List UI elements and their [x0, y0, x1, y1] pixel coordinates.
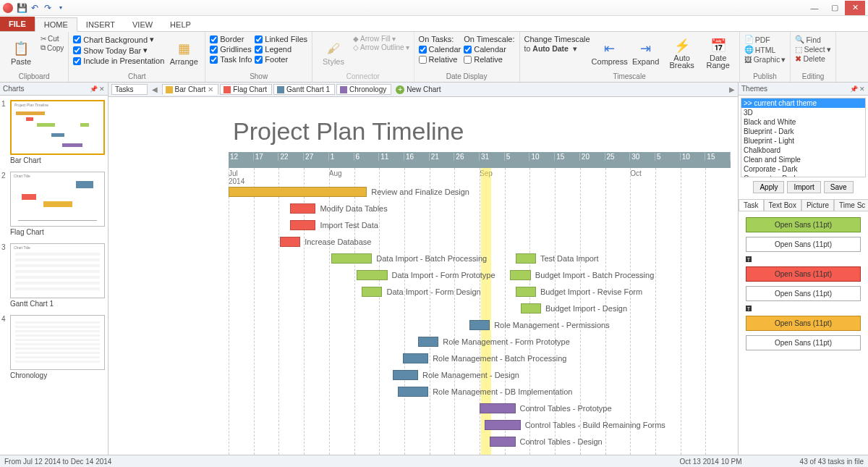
pin-icon[interactable]: 📌 [90, 85, 98, 93]
tasks-calendar-toggle[interactable]: Calendar [419, 45, 461, 54]
timescale-to-dropdown[interactable]: to Auto Date ▾ [524, 44, 590, 53]
timescale-calendar-toggle[interactable]: Calendar [464, 45, 514, 54]
compress-button[interactable]: ⇤Compress [593, 35, 626, 71]
thumb-bar-chart[interactable]: Project Plan Timeline [10, 100, 105, 155]
chart-background-toggle[interactable]: Chart Background ▾ [73, 35, 164, 44]
task-label: Role Management - Batch Processing [433, 354, 566, 363]
chart-canvas[interactable]: Project Plan Timeline 121722271611162126… [109, 97, 738, 455]
graphic-button[interactable]: 🖼 Graphic ▾ [744, 55, 786, 64]
delete-button[interactable]: ✖ Delete [795, 54, 830, 63]
html-button[interactable]: 🌐 HTML [744, 45, 786, 54]
task-bar[interactable] [229, 187, 367, 197]
task-bar[interactable] [521, 303, 541, 314]
pdf-button[interactable]: 📄 PDF [744, 35, 786, 44]
cut-button[interactable]: ✂ Cut [41, 35, 64, 43]
undo-icon[interactable]: ↶ [29, 2, 41, 14]
new-chart-button[interactable]: + New Chart [393, 85, 445, 95]
save-icon[interactable]: 💾 [16, 2, 27, 14]
close-button[interactable]: ✕ [845, 1, 865, 15]
gantt-chart-icon [277, 86, 284, 93]
font-sample-plain-1[interactable]: Open Sans (11pt) [746, 237, 861, 252]
import-button[interactable]: Import [787, 181, 820, 193]
task-bar[interactable] [510, 270, 530, 280]
task-bar[interactable] [485, 420, 521, 430]
save-button[interactable]: Save [824, 181, 854, 193]
tab-bar-chart[interactable]: Bar Chart ✕ [162, 84, 219, 95]
font-sample-plain-3[interactable]: Open Sans (11pt) [746, 335, 861, 350]
apply-button[interactable]: Apply [753, 181, 784, 193]
task-label: Budget Import - Revise Form [540, 287, 642, 296]
tab-tasks[interactable]: Tasks [111, 84, 148, 95]
task-bar[interactable] [280, 237, 300, 247]
tab-home[interactable]: HOME [35, 17, 77, 32]
paste-button[interactable]: 📋 Paste [4, 35, 38, 71]
font-sample-red[interactable]: Open Sans (11pt) [746, 266, 861, 282]
find-button[interactable]: 🔍 Find [795, 35, 830, 44]
auto-breaks-button[interactable]: ⚡Auto Breaks [665, 35, 699, 71]
tab-file[interactable]: FILE [0, 17, 35, 31]
proptab-textbox[interactable]: Text Box [764, 199, 801, 211]
thumb-chronology[interactable] [10, 315, 105, 370]
expand-button[interactable]: ⇥Expand [629, 35, 663, 71]
task-bar[interactable] [398, 387, 428, 397]
task-label: Import Test Data [320, 221, 378, 230]
task-bar[interactable] [403, 353, 428, 363]
show-today-bar-toggle[interactable]: Show Today Bar ▾ [73, 46, 164, 55]
thumb-gantt-chart[interactable]: Chart Title [10, 243, 105, 298]
task-bar[interactable] [516, 253, 536, 264]
date-range-button[interactable]: 📅Date Range [702, 35, 735, 71]
tab-flag-chart[interactable]: Flag Chart [220, 84, 272, 95]
gridlines-toggle[interactable]: Gridlines [210, 45, 252, 54]
maximize-button[interactable]: ▢ [825, 1, 845, 15]
redo-icon[interactable]: ↷ [42, 2, 54, 14]
arrange-button[interactable]: ▦ Arrange [167, 35, 200, 71]
minimize-button[interactable]: — [804, 1, 825, 15]
tab-chronology[interactable]: Chronology [336, 84, 391, 95]
font-sample-orange[interactable]: Open Sans (11pt) [746, 316, 861, 331]
task-bar[interactable] [480, 403, 516, 413]
tab-insert[interactable]: INSERT [77, 18, 124, 31]
legend-toggle[interactable]: Legend [255, 45, 307, 54]
task-bar[interactable] [516, 287, 536, 297]
qat-dropdown-icon[interactable]: ▾ [55, 2, 67, 14]
status-task-count: 43 of 43 tasks in file [800, 458, 864, 466]
charts-panel-title: Charts [3, 85, 24, 93]
task-bar[interactable] [357, 270, 387, 280]
task-bar[interactable] [418, 337, 438, 347]
center-area: Tasks ◀ Bar Chart ✕ Flag Chart Gantt Cha… [109, 83, 738, 455]
tasks-relative-toggle[interactable]: Relative [419, 55, 461, 64]
task-label: Data Import - Form Design [386, 287, 480, 296]
select-button[interactable]: ⬚ Select ▾ [795, 45, 830, 54]
copy-button[interactable]: ⧉ Copy [41, 43, 64, 52]
close-icon[interactable]: ✕ [859, 85, 865, 93]
task-bar[interactable] [393, 370, 418, 380]
border-toggle[interactable]: Border [210, 35, 252, 43]
tab-help[interactable]: HELP [161, 18, 200, 31]
timescale-relative-toggle[interactable]: Relative [464, 55, 514, 64]
taskinfo-toggle[interactable]: Task Info [210, 55, 252, 64]
font-sample-plain-2[interactable]: Open Sans (11pt) [746, 286, 861, 301]
pin-icon[interactable]: 📌 [850, 85, 858, 93]
include-presentation-toggle[interactable]: Include in Presentation [73, 56, 164, 65]
timescale-ruler[interactable]: 121722271611162126315101520253051015 [229, 152, 731, 168]
footer-toggle[interactable]: Footer [255, 55, 307, 64]
task-bar[interactable] [469, 320, 490, 330]
task-bar[interactable] [362, 287, 382, 297]
task-bar[interactable] [290, 203, 315, 214]
proptab-picture[interactable]: Picture [801, 199, 834, 211]
theme-list[interactable]: >> current chart theme3DBlack and WhiteB… [741, 98, 866, 177]
task-bar[interactable] [490, 437, 515, 447]
scroll-left-icon[interactable]: ◀ [149, 85, 161, 93]
proptab-task[interactable]: Task [739, 199, 764, 211]
proptab-timescale[interactable]: Time Sc [834, 199, 868, 211]
scroll-right-icon[interactable]: ▶ [729, 85, 735, 93]
task-bar[interactable] [290, 220, 315, 230]
tab-gantt-chart[interactable]: Gantt Chart 1 [273, 84, 335, 95]
close-icon[interactable]: ✕ [99, 85, 105, 93]
linked-files-toggle[interactable]: Linked Files [255, 35, 307, 43]
close-tab-icon[interactable]: ✕ [208, 85, 213, 93]
tab-view[interactable]: VIEW [124, 18, 161, 31]
task-bar[interactable] [331, 253, 373, 264]
font-sample-green[interactable]: Open Sans (11pt) [746, 217, 861, 232]
thumb-flag-chart[interactable]: Chart Title [10, 172, 105, 227]
